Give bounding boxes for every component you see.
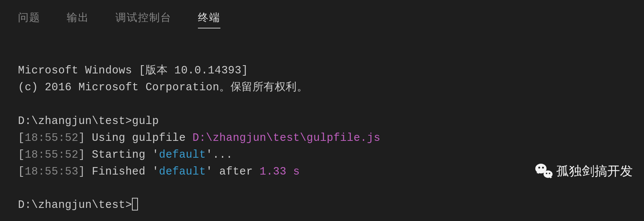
wechat-icon (535, 164, 553, 179)
watermark-text: 孤独剑搞开发 (556, 163, 633, 180)
panel-tabs: 问题 输出 调试控制台 终端 (0, 0, 644, 34)
terminal-line: [18:55:52] Starting 'default'... (18, 149, 233, 161)
tab-terminal[interactable]: 终端 (198, 10, 220, 28)
terminal-prompt: D:\zhangjun\test>gulp (18, 115, 159, 127)
tab-problems[interactable]: 问题 (18, 10, 40, 28)
terminal-line: (c) 2016 Microsoft Corporation。保留所有权利。 (18, 81, 308, 94)
terminal-output[interactable]: Microsoft Windows [版本 10.0.14393] (c) 20… (0, 34, 644, 214)
watermark: 孤独剑搞开发 (535, 163, 633, 180)
terminal-prompt: D:\zhangjun\test> (18, 199, 138, 211)
cursor-icon (132, 198, 138, 211)
terminal-line: Microsoft Windows [版本 10.0.14393] (18, 64, 248, 77)
terminal-line: [18:55:53] Finished 'default' after 1.33… (18, 166, 300, 178)
tab-debug-console[interactable]: 调试控制台 (115, 10, 172, 28)
tab-output[interactable]: 输出 (67, 10, 89, 28)
terminal-line: [18:55:52] Using gulpfile D:\zhangjun\te… (18, 132, 380, 144)
